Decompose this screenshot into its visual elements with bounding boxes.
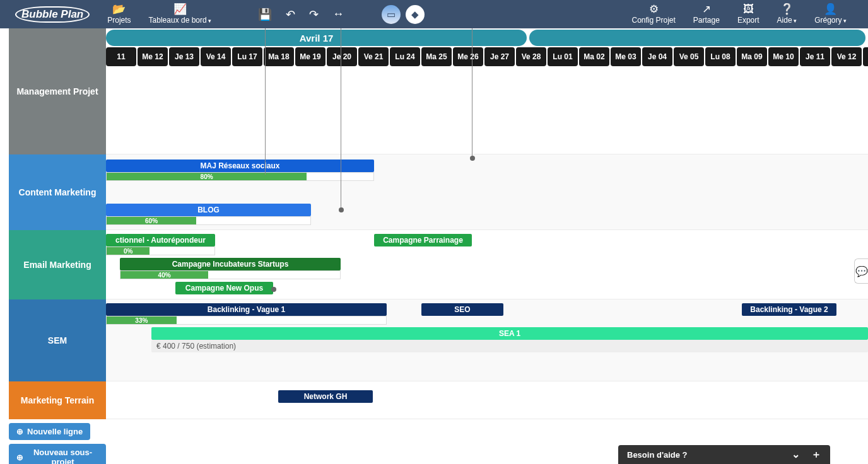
- day-cell[interactable]: Me 12: [138, 47, 168, 66]
- lane-content[interactable]: MAJ Réseaux sociaux 80% BLOG 60%: [106, 154, 868, 230]
- month-next[interactable]: [529, 30, 865, 46]
- nav-config-label: Config Projet: [631, 16, 675, 25]
- swimlane-label[interactable]: Content Marketing: [9, 154, 106, 230]
- plus-icon[interactable]: ＋: [811, 448, 821, 461]
- day-cell[interactable]: Ma 09: [737, 47, 767, 66]
- user-avatar-icon: 👤: [824, 4, 837, 14]
- chart-line-icon: 📈: [173, 4, 187, 14]
- nav-share-label: Partage: [693, 16, 720, 25]
- dependency-dot: [271, 287, 276, 292]
- chat-icon: 💬: [855, 265, 868, 277]
- task-progress: 60%: [106, 216, 311, 225]
- task-bar[interactable]: Campagne Incubateurs Startups: [120, 258, 341, 270]
- day-cell[interactable]: Lu 01: [548, 47, 578, 66]
- settings-gear-icon: ⚙: [649, 4, 659, 14]
- nav-dashboards[interactable]: 📈 Tableaux de bord: [149, 4, 212, 25]
- day-cell[interactable]: Ma 18: [264, 47, 294, 66]
- day-cell[interactable]: Ve 28: [516, 47, 546, 66]
- nav-export[interactable]: 🖼 Export: [737, 4, 760, 25]
- swimlane-label[interactable]: Management Projet: [9, 28, 106, 154]
- task-bar[interactable]: Network GH: [278, 390, 373, 403]
- day-cell[interactable]: Ve 21: [358, 47, 389, 66]
- dependency-line: [472, 28, 472, 158]
- task-bar[interactable]: MAJ Réseaux sociaux: [106, 160, 374, 172]
- lane-management[interactable]: [106, 66, 868, 154]
- swimlane-sidebar: Management Projet Content Marketing Emai…: [9, 28, 106, 464]
- fit-horizontal-icon[interactable]: ↔: [332, 8, 344, 21]
- gantt-lanes: MAJ Réseaux sociaux 80% BLOG 60% ctionne…: [106, 66, 868, 464]
- day-cell[interactable]: Je 27: [484, 47, 515, 66]
- swimlane-label[interactable]: Email Marketing: [9, 230, 106, 299]
- swimlane-label[interactable]: Marketing Terrain: [9, 381, 106, 419]
- day-cell[interactable]: Me 19: [295, 47, 326, 66]
- nav-dashboards-label: Tableaux de bord: [149, 16, 212, 25]
- dependency-dot: [470, 156, 475, 161]
- nav-user[interactable]: 👤 Grégory: [814, 4, 847, 25]
- chevron-down-icon[interactable]: ⌄: [792, 448, 800, 461]
- view-toggle-group: ▭ ◆: [382, 5, 425, 24]
- nav-config[interactable]: ⚙ Config Projet: [631, 4, 675, 25]
- task-bar[interactable]: Backlinking - Vague 1: [106, 303, 387, 316]
- day-cell[interactable]: 11: [106, 47, 136, 66]
- add-row-button[interactable]: Nouvelle ligne: [9, 423, 90, 440]
- add-subproject-button[interactable]: Nouveau sous-projet: [9, 444, 106, 464]
- day-cell[interactable]: Me 03: [611, 47, 641, 66]
- task-progress: 33%: [106, 316, 387, 325]
- task-bar[interactable]: Backlinking - Vague 2: [742, 303, 836, 316]
- day-cell[interactable]: Ve 05: [674, 47, 704, 66]
- nav-help[interactable]: ❔ Aide: [777, 4, 797, 25]
- swimlane-label[interactable]: SEM: [9, 299, 106, 381]
- nav-projects[interactable]: 📂 Projets: [107, 4, 131, 25]
- task-bar[interactable]: ctionnel - Autorépondeur: [106, 234, 215, 246]
- day-cell[interactable]: Ve 12: [831, 47, 862, 66]
- task-bar[interactable]: SEO: [421, 303, 503, 316]
- image-export-icon: 🖼: [743, 4, 754, 14]
- lane-terrain[interactable]: Network GH: [106, 381, 868, 419]
- nav-share[interactable]: ↗ Partage: [693, 4, 720, 25]
- task-progress-value: 40%: [120, 271, 208, 279]
- month-label[interactable]: Avril 17: [106, 30, 527, 46]
- lane-sem[interactable]: Backlinking - Vague 1 33% SEO Backlinkin…: [106, 299, 868, 381]
- dependency-dot: [339, 207, 344, 212]
- day-cell[interactable]: Ma 25: [421, 47, 452, 66]
- nav-export-label: Export: [737, 16, 760, 25]
- day-cell[interactable]: Lu 08: [705, 47, 736, 66]
- day-cell[interactable]: Ve 14: [201, 47, 231, 66]
- folder-open-icon: 📂: [112, 4, 126, 14]
- day-cell[interactable]: Lu 17: [232, 47, 262, 66]
- task-budget: € 400 / 750 (estimation): [151, 340, 868, 352]
- app-logo-text: Bubble Plan: [15, 6, 90, 23]
- topbar: Bubble Plan 📂 Projets 📈 Tableaux de bord…: [0, 0, 868, 28]
- view-gantt-button[interactable]: ▭: [382, 5, 401, 24]
- day-header: 11Me 12Je 13Ve 14Lu 17Ma 18Me 19Je 20Ve …: [106, 47, 868, 66]
- task-bar[interactable]: Campagne New Opus: [175, 282, 273, 294]
- save-icon[interactable]: 💾: [258, 8, 272, 21]
- day-cell[interactable]: Je 11: [800, 47, 830, 66]
- day-cell[interactable]: Lu: [863, 47, 868, 66]
- day-cell[interactable]: Me 10: [768, 47, 799, 66]
- day-cell[interactable]: Me 26: [453, 47, 483, 66]
- app-logo[interactable]: Bubble Plan: [15, 6, 90, 23]
- task-progress: 0%: [106, 246, 215, 255]
- day-cell[interactable]: Ma 02: [579, 47, 609, 66]
- task-progress-value: 0%: [107, 247, 150, 255]
- day-cell[interactable]: Je 20: [327, 47, 357, 66]
- help-panel[interactable]: Besoin d'aide ? ⌄ ＋: [618, 445, 830, 464]
- redo-icon[interactable]: ↷: [309, 8, 319, 21]
- task-bar[interactable]: Campagne Parrainage: [374, 234, 472, 246]
- task-bar[interactable]: BLOG: [106, 204, 311, 216]
- nav-help-label: Aide: [777, 16, 797, 25]
- toolbar: 💾 ↶ ↷ ↔: [258, 8, 344, 21]
- task-bar[interactable]: SEA 1: [151, 327, 868, 340]
- gantt-canvas[interactable]: Avril 17 11Me 12Je 13Ve 14Lu 17Ma 18Me 1…: [106, 28, 868, 464]
- day-cell[interactable]: Je 04: [642, 47, 672, 66]
- dependency-line: [265, 28, 266, 175]
- day-cell[interactable]: Je 13: [169, 47, 199, 66]
- dependency-line: [341, 28, 341, 209]
- day-cell[interactable]: Lu 24: [390, 47, 420, 66]
- lane-email[interactable]: ctionnel - Autorépondeur 0% Campagne Inc…: [106, 230, 868, 299]
- view-timeline-button[interactable]: ◆: [406, 5, 425, 24]
- undo-icon[interactable]: ↶: [286, 8, 295, 21]
- task-progress-value: 60%: [107, 217, 196, 224]
- chat-tab[interactable]: 💬: [854, 258, 868, 284]
